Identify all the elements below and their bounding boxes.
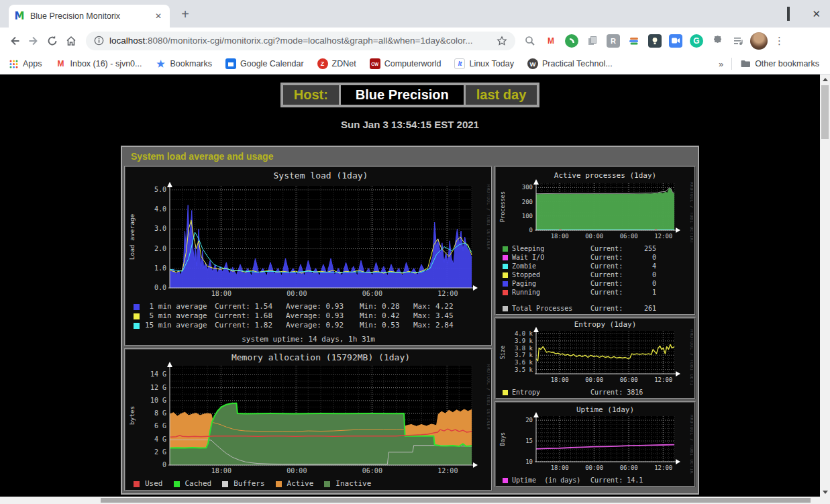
legend-item: Active [276,479,314,489]
scroll-up-icon[interactable] [820,74,830,84]
browser-tab[interactable]: M Blue Precision Monitorix ✕ [9,5,170,28]
computerworld-icon: CW [370,58,380,69]
legend-text: Stopped [512,270,590,279]
y-tick-label: 4.0 [154,205,166,213]
bookmark-practical-technology[interactable]: W Practical Technol... [527,58,613,69]
scroll-down-icon[interactable] [820,487,830,497]
x-tick-label: 06:00 [620,376,638,383]
legend-swatch [134,304,140,310]
lamp-extension-icon[interactable] [648,34,662,48]
wordpress-icon: W [527,58,538,69]
y-tick-label: 3.9 k [515,338,533,344]
playlist-extension-icon[interactable] [731,34,745,48]
y-tick-label: 2 G [154,448,166,456]
maximize-button[interactable] [787,8,790,20]
bookmark-label: ZDNet [332,59,356,68]
memory-allocation-graph[interactable]: 18:0000:0006:0012:0002 G4 G6 G8 G10 G12 … [127,351,490,477]
y-tick-label: 200 [522,199,533,205]
active-processes-graph[interactable]: 18:0000:0006:0012:000100200300Active pro… [497,168,693,242]
legend-row: EntropyCurrent: 3816 [497,388,693,397]
legend-text: 1 [633,288,656,297]
grammarly-extension-icon[interactable]: G [690,34,703,48]
forward-button[interactable] [24,32,43,50]
charts-column-left: 18:0000:0006:0012:000.01.02.03.04.05.0Sy… [124,166,492,491]
legend-text: Current: 1.68 [215,311,286,321]
legend-text: Average: 0.93 [286,311,360,321]
extensions-puzzle-icon[interactable] [711,34,724,48]
time-range[interactable]: last day [466,85,537,105]
horizontal-scrollbar[interactable] [0,497,820,504]
voice-extension-icon[interactable] [565,34,578,48]
bookmark-google-calendar[interactable]: Google Calendar [225,58,304,69]
page-info-icon[interactable] [94,36,104,46]
x-tick-label: 06:00 [362,290,382,297]
legend-text: Min: 0.53 [360,321,413,330]
legend-text: 0 [633,270,656,279]
x-tick-label: 18:00 [211,467,231,474]
entropy-graph[interactable]: 18:0000:0006:0012:003.5 k3.6 k3.7 k3.8 k… [497,320,693,386]
bookmark-computerworld[interactable]: CW Computerworld [370,58,442,69]
uptime-legend: Uptime (in days)Current: 14.1 [497,476,693,485]
vertical-scroll-thumb[interactable] [821,85,829,139]
bookmark-label: Computerworld [384,59,442,68]
legend-swatch [503,246,508,252]
legend-text: Average: 0.92 [286,321,360,330]
y-tick-label: 8 G [154,409,166,417]
books-extension-icon[interactable] [627,34,641,48]
legend-text: Current: [590,304,633,313]
other-bookmarks[interactable]: Other bookmarks [740,58,819,69]
system-load-graph[interactable]: 18:0000:0006:0012:000.01.02.03.04.05.0Sy… [127,168,490,300]
legend-row: StoppedCurrent:0 [497,270,693,279]
bookmark-apps[interactable]: Apps [8,58,42,69]
bookmarks-bar: Apps M Inbox (16) - sjvn0... ★ Bookmarks… [0,54,830,74]
legend-text: Buffers [234,479,264,489]
legend-text: Entropy [512,388,590,397]
y-tick-label: 10 [525,458,533,465]
bookmark-inbox[interactable]: M Inbox (16) - sjvn0... [56,58,142,69]
extension-icons: M R G [523,34,745,48]
new-tab-button[interactable]: + [176,6,194,23]
legend-text: Current: [590,262,633,270]
bookmarks-divider [731,58,732,70]
back-button[interactable] [5,32,24,50]
system-load-legend: 1 min averageCurrent: 1.54Average: 0.93M… [127,302,490,330]
x-tick-label: 00:00 [585,233,603,240]
legend-text: Inactive [335,479,371,489]
bookmark-label: Linux Today [469,59,514,68]
copy-pages-extension-icon[interactable] [586,34,599,48]
vertical-scrollbar[interactable] [820,74,830,497]
uptime-graph[interactable]: 18:0000:0006:0012:00101520Uptime (1day)D… [497,404,693,474]
y-tick-label: 3.8 k [515,345,533,352]
legend-row: ZombieCurrent:4 [497,262,693,270]
gmail-extension-icon[interactable]: M [544,34,558,48]
y-axis-label: Processes [499,191,506,222]
legend-text: Zombie [512,262,590,270]
tab-close-icon[interactable]: ✕ [152,11,164,21]
browser-window: M Blue Precision Monitorix ✕ + ✕ [0,0,830,504]
legend-swatch [174,481,180,487]
close-window-button[interactable]: ✕ [812,9,821,19]
bookmarks-overflow-icon[interactable]: » [719,59,723,69]
star-icon: ★ [156,58,166,69]
bookmark-linux-today[interactable]: lt Linux Today [454,58,514,69]
bookmark-label: Inbox (16) - sjvn0... [70,59,142,68]
bookmark-star-icon[interactable] [497,36,507,46]
r-extension-icon[interactable]: R [607,34,620,48]
reload-button[interactable] [43,32,62,50]
y-tick-label: 0 [162,461,166,468]
profile-avatar[interactable] [750,32,768,50]
bookmark-zdnet[interactable]: Z ZDNet [317,58,356,69]
browser-menu-icon[interactable]: ⋮ [774,35,784,47]
home-button[interactable] [62,32,81,50]
bookmark-bookmarks[interactable]: ★ Bookmarks [156,58,213,69]
legend-row: UsedCachedBuffersActiveInactive [127,479,490,489]
tab-title: Blue Precision Monitorix [30,11,152,21]
camera-extension-icon[interactable] [669,34,682,48]
legend-text: Current: 1.82 [215,321,286,330]
legend-row: Uptime (in days)Current: 14.1 [497,476,693,485]
url-bar[interactable]: localhost :8080/monitorix-cgi/monitorix.… [86,32,515,50]
search-extension-icon[interactable] [523,34,537,48]
horizontal-scroll-thumb[interactable] [101,498,811,503]
legend-swatch [134,323,140,329]
y-axis-label: Load average [128,213,136,260]
